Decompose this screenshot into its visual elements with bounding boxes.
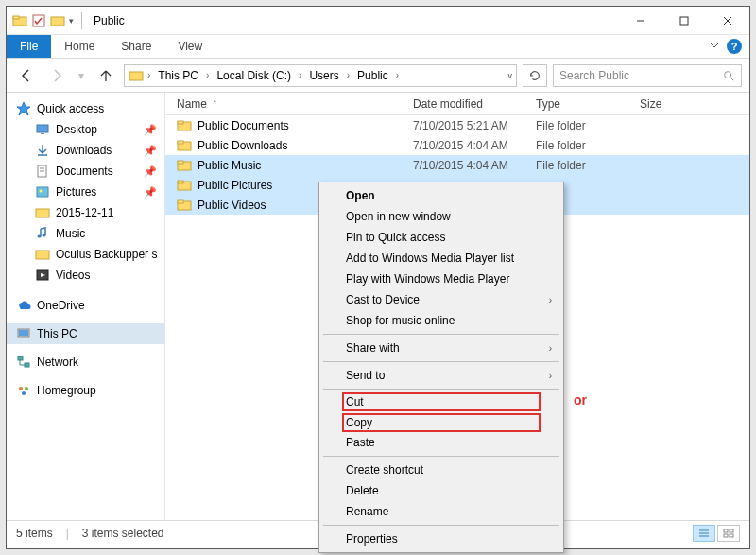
column-header-name[interactable]: Name ˄ [177, 97, 413, 111]
breadcrumb-segment[interactable]: Public [353, 67, 392, 84]
file-row[interactable]: Public Documents 7/10/2015 5:21 AM File … [165, 115, 749, 135]
cm-cast-to-device[interactable]: Cast to Device› [321, 289, 561, 310]
file-type: File folder [536, 159, 640, 172]
sidebar-item-music[interactable]: Music [7, 223, 164, 244]
view-details-button[interactable] [693, 525, 715, 542]
homegroup-icon [16, 383, 31, 398]
maximize-button[interactable] [662, 7, 706, 34]
cm-open-new-window[interactable]: Open in new window [321, 206, 561, 227]
sidebar-item-documents[interactable]: Documents 📌 [7, 161, 164, 182]
status-selected-count: 3 items selected [82, 527, 164, 540]
column-header-type[interactable]: Type [536, 97, 640, 111]
desktop-icon [35, 122, 50, 137]
expand-ribbon-icon[interactable] [710, 40, 719, 53]
chevron-right-icon[interactable]: › [396, 70, 399, 80]
folder-icon [35, 247, 50, 262]
file-row[interactable]: Public Downloads 7/10/2015 4:04 AM File … [165, 135, 749, 155]
properties-icon[interactable] [31, 13, 46, 28]
chevron-right-icon[interactable]: › [347, 70, 350, 80]
sidebar-item-label: OneDrive [37, 299, 85, 312]
documents-icon [35, 164, 50, 179]
sidebar-onedrive[interactable]: OneDrive [7, 295, 164, 316]
forward-button[interactable] [44, 63, 69, 88]
sidebar-thispc[interactable]: This PC [7, 323, 164, 344]
file-name: Public Downloads [198, 139, 287, 152]
cm-paste[interactable]: Paste [321, 432, 561, 453]
column-header-size[interactable]: Size [640, 97, 749, 111]
svg-point-31 [25, 387, 28, 390]
svg-rect-11 [37, 125, 48, 132]
cm-shop-music[interactable]: Shop for music online [321, 310, 561, 331]
svg-rect-42 [178, 200, 183, 203]
pin-icon: 📌 [144, 124, 157, 136]
address-dropdown-icon[interactable]: v [508, 71, 513, 80]
folder-icon [177, 198, 192, 213]
close-button[interactable] [706, 7, 749, 34]
sidebar-item-desktop[interactable]: Desktop 📌 [7, 119, 164, 140]
cm-copy[interactable]: Copy [346, 416, 372, 429]
new-folder-icon[interactable] [50, 13, 65, 28]
context-menu: Open Open in new window Pin to Quick acc… [318, 182, 564, 553]
search-input[interactable]: Search Public [553, 64, 742, 87]
cm-add-wmp[interactable]: Add to Windows Media Player list [321, 248, 561, 269]
sidebar-network[interactable]: Network [7, 352, 164, 373]
minimize-button[interactable] [619, 7, 662, 34]
cm-rename[interactable]: Rename [321, 501, 561, 522]
svg-rect-47 [730, 529, 733, 532]
sidebar-item-label: Downloads [56, 144, 112, 157]
sidebar-homegroup[interactable]: Homegroup [7, 380, 164, 401]
titlebar: ▾ Public [7, 7, 749, 35]
sidebar-item-videos[interactable]: Videos [7, 265, 164, 286]
cm-delete[interactable]: Delete [321, 480, 561, 501]
ribbon-tabs: File Home Share View ? [7, 35, 749, 59]
annotation-highlight-cut: Cut [342, 392, 541, 411]
svg-point-9 [725, 71, 731, 78]
sidebar-item-downloads[interactable]: Downloads 📌 [7, 140, 164, 161]
sidebar-item-folder[interactable]: Oculus Backupper s [7, 244, 164, 265]
cm-pin-quick-access[interactable]: Pin to Quick access [321, 227, 561, 248]
recent-dropdown-icon[interactable]: ▾ [75, 63, 88, 88]
quick-access-toolbar: ▾ [7, 12, 86, 29]
search-placeholder: Search Public [559, 69, 722, 82]
cm-create-shortcut[interactable]: Create shortcut [321, 460, 561, 480]
back-button[interactable] [14, 63, 39, 88]
svg-rect-40 [178, 181, 183, 183]
svg-point-20 [38, 235, 42, 238]
cm-cut[interactable]: Cut [346, 395, 364, 408]
tab-file[interactable]: File [7, 35, 51, 58]
up-button[interactable] [94, 63, 118, 88]
breadcrumb-segment[interactable]: Users [305, 67, 342, 84]
column-header-date[interactable]: Date modified [413, 97, 536, 111]
chevron-right-icon[interactable]: › [206, 70, 209, 80]
status-item-count: 5 items [16, 527, 53, 540]
qat-dropdown-icon[interactable]: ▾ [69, 16, 74, 26]
chevron-right-icon: › [549, 371, 552, 381]
cm-share-with[interactable]: Share with› [321, 338, 561, 358]
tab-view[interactable]: View [164, 35, 215, 58]
help-icon[interactable]: ? [727, 39, 742, 54]
cm-play-wmp[interactable]: Play with Windows Media Player [321, 269, 561, 289]
cm-send-to[interactable]: Send to› [321, 365, 561, 386]
sidebar-quickaccess[interactable]: Quick access [7, 98, 164, 119]
view-large-button[interactable] [717, 525, 740, 542]
tab-home[interactable]: Home [51, 35, 108, 58]
sidebar-item-pictures[interactable]: Pictures 📌 [7, 182, 164, 202]
sidebar-item-label: Oculus Backupper s [56, 248, 157, 261]
music-icon [35, 226, 50, 241]
cm-open[interactable]: Open [321, 185, 561, 206]
breadcrumb[interactable]: › This PC › Local Disk (C:) › Users › Pu… [124, 64, 517, 87]
file-name: Public Documents [198, 119, 289, 132]
breadcrumb-segment[interactable]: Local Disk (C:) [213, 67, 295, 84]
breadcrumb-segment[interactable]: This PC [154, 67, 202, 84]
chevron-right-icon[interactable]: › [299, 70, 301, 80]
file-date: 7/10/2015 4:04 AM [413, 159, 536, 172]
file-row[interactable]: Public Music 7/10/2015 4:04 AM File fold… [165, 155, 749, 175]
folder-icon [12, 13, 27, 28]
cm-properties[interactable]: Properties [321, 529, 561, 549]
chevron-right-icon[interactable]: › [147, 70, 150, 80]
sidebar-item-folder[interactable]: 2015-12-11 [7, 202, 164, 223]
svg-rect-5 [680, 17, 688, 25]
refresh-button[interactable] [523, 64, 547, 87]
star-icon [16, 101, 31, 116]
tab-share[interactable]: Share [108, 35, 164, 58]
